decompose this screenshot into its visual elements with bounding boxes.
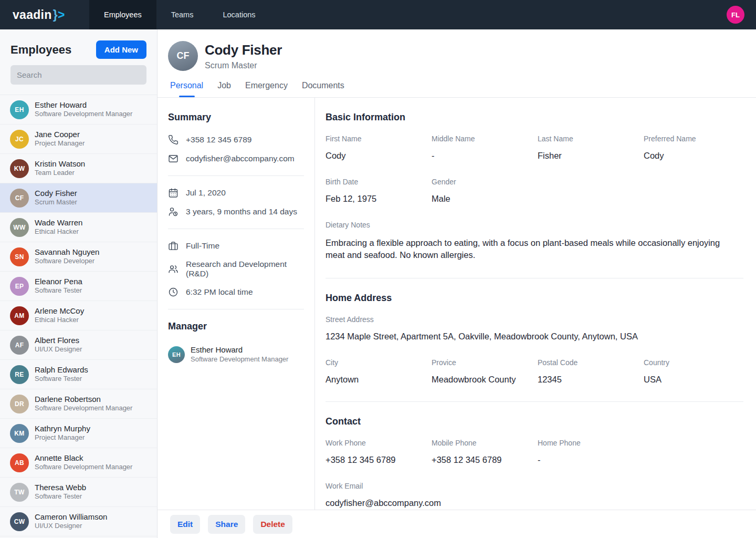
manager-heading: Manager (168, 321, 304, 332)
field-label: Birth Date (326, 178, 432, 186)
nav-item[interactable]: Locations (208, 0, 270, 29)
section-divider (326, 278, 743, 278)
employee-avatar: DR (10, 395, 29, 413)
employee-list-item[interactable]: EP Eleanor Pena Software Tester (0, 272, 157, 301)
field-label: Postal Code (538, 358, 644, 367)
employee-list-item[interactable]: RE Ralph Edwards Software Tester (0, 360, 157, 389)
profile-header: CF Cody Fisher Scrum Master Personal J (158, 29, 756, 98)
summary-department-value: Research and Development (R&D) (186, 260, 304, 278)
logo-arrow-icon: > (58, 8, 65, 22)
nav-item-label: Teams (171, 11, 194, 19)
field-label: Work Email (326, 482, 743, 490)
employee-name: Annette Black (35, 453, 132, 463)
profile-name: Cody Fisher (205, 42, 282, 58)
employee-avatar: EP (10, 277, 29, 296)
share-button[interactable]: Share (208, 515, 245, 534)
employee-list-item[interactable]: KM Kathryn Murphy Project Manager (0, 419, 157, 448)
employee-list-item[interactable]: DR Darlene Robertson Software Developmen… (0, 389, 157, 419)
employee-role: Software Development Manager (35, 110, 132, 119)
profile-tab[interactable]: Personal (170, 81, 203, 97)
manager-role: Software Development Manager (191, 355, 288, 364)
action-bar: Edit Share Delete (158, 510, 756, 538)
detail-field: Birth Date Feb 12, 1975 (326, 178, 432, 204)
detail-field: City Anytown (326, 358, 432, 385)
field-value: 12345 (538, 375, 644, 385)
basic-birth-row: Birth Date Feb 12, 1975 Gender Male (326, 178, 743, 204)
employee-list-item[interactable]: SN Savannah Nguyen Software Developer (0, 242, 157, 272)
field-label: Gender (432, 178, 538, 186)
field-value: Cody (644, 151, 743, 161)
employee-list-item[interactable]: TW Theresa Webb Software Tester (0, 478, 157, 507)
field-label: City (326, 358, 432, 367)
home-address-heading: Home Address (326, 293, 743, 304)
employee-list-item[interactable]: CF Cody Fisher Scrum Master (0, 183, 157, 213)
user-avatar[interactable]: FL (727, 6, 744, 24)
profile-tab[interactable]: Documents (302, 81, 344, 97)
work-email-field: Work Email codyfisher@abccompany.com (326, 482, 743, 508)
nav-item-label: Employees (104, 11, 142, 19)
field-value: - (432, 151, 538, 161)
summary-local-time-value: 6:32 PM local time (186, 287, 253, 297)
edit-button[interactable]: Edit (170, 515, 200, 534)
nav-item[interactable]: Employees (89, 0, 156, 29)
summary-start-date: Jul 1, 2020 (168, 188, 304, 198)
summary-local-time: 6:32 PM local time (168, 287, 304, 297)
field-label: Mobile Phone (432, 439, 538, 447)
field-label: Country (644, 358, 743, 367)
employee-list-item[interactable]: WW Wade Warren Ethical Hacker (0, 213, 157, 242)
employee-name: Arlene McCoy (35, 306, 84, 316)
logo-brace-icon: } (53, 8, 58, 22)
summary-email: codyfisher@abccompany.com (168, 153, 304, 164)
employee-list-item[interactable]: AF Albert Flores UI/UX Designer (0, 330, 157, 360)
nav-item[interactable]: Teams (156, 0, 208, 29)
mail-icon (168, 153, 178, 164)
employee-name: Ralph Edwards (35, 365, 88, 375)
profile-tab-label: Personal (170, 81, 203, 90)
employee-role: Project Manager (35, 139, 85, 148)
field-value: Embracing a flexible approach to eating,… (326, 237, 741, 261)
user-clock-icon (168, 206, 178, 217)
briefcase-icon (168, 241, 178, 251)
employee-list-item[interactable]: AM Arlene McCoy Ethical Hacker (0, 301, 157, 330)
field-value: USA (644, 375, 743, 385)
summary-phone-value: +358 12 345 6789 (186, 135, 251, 144)
employee-list-item[interactable]: JC Jane Cooper Project Manager (0, 125, 157, 154)
delete-button[interactable]: Delete (253, 515, 292, 534)
summary-divider (168, 175, 304, 176)
add-new-button[interactable]: Add New (96, 40, 146, 59)
manager-avatar: EH (168, 346, 185, 363)
field-label: Work Phone (326, 439, 432, 447)
employee-name: Theresa Webb (35, 483, 86, 493)
field-value: Meadowbrook County (432, 375, 538, 385)
manager-name: Esther Howard (191, 345, 288, 355)
employee-avatar: SN (10, 247, 29, 266)
basic-name-row: First Name Cody Middle Name - Last Name (326, 134, 743, 161)
detail-field: Middle Name - (432, 134, 538, 161)
employee-avatar: RE (10, 365, 29, 384)
employee-list-item[interactable]: CW Cameron Williamson UI/UX Designer (0, 507, 157, 536)
profile-tab[interactable]: Emergency (245, 81, 288, 97)
manager-card[interactable]: EH Esther Howard Software Development Ma… (168, 345, 304, 364)
detail-field: Mobile Phone +358 12 345 6789 (432, 439, 538, 465)
profile-tab-label: Job (217, 81, 231, 90)
employee-list-item[interactable]: KW Kristin Watson Team Leader (0, 154, 157, 183)
employee-name: Kristin Watson (35, 159, 85, 169)
employee-role: Software Tester (35, 286, 82, 295)
employee-avatar: CW (10, 512, 29, 531)
field-label: Last Name (538, 134, 644, 143)
employee-list-item[interactable]: EH Esther Howard Software Development Ma… (0, 95, 157, 125)
summary-phone: +358 12 345 6789 (168, 134, 304, 145)
profile-job-title: Scrum Master (205, 61, 282, 70)
employee-name: Darlene Robertson (35, 395, 132, 405)
employee-role: Software Tester (35, 375, 88, 384)
field-label: Home Phone (538, 439, 644, 447)
summary-department: Research and Development (R&D) (168, 260, 304, 278)
detail-field: Work Phone +358 12 345 6789 (326, 439, 432, 465)
search-input[interactable] (10, 65, 146, 85)
field-value: +358 12 345 6789 (432, 455, 538, 465)
profile-tabs: Personal Job Emergency Documents (168, 81, 743, 97)
employee-detail-panel: CF Cody Fisher Scrum Master Personal J (158, 29, 756, 538)
profile-tab[interactable]: Job (217, 81, 231, 97)
employee-avatar: KW (10, 159, 29, 178)
employee-list-item[interactable]: AB Annette Black Software Development Ma… (0, 448, 157, 478)
